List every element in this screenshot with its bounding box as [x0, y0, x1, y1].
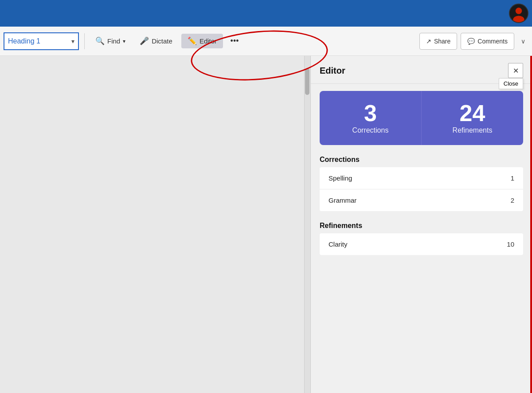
more-options-button[interactable]: ••• — [227, 33, 243, 49]
editor-sidebar-header: Editor ✕ Close — [311, 56, 532, 84]
corrections-count: 3 — [364, 102, 377, 125]
corrections-list: Spelling 1 Grammar 2 — [320, 167, 523, 211]
editor-pen-icon: ✏️ — [188, 36, 197, 46]
close-icon: ✕ — [513, 67, 519, 75]
share-button[interactable]: ↗ Share — [419, 33, 457, 50]
stats-row: 3 Corrections 24 Refinements — [320, 91, 523, 145]
user-avatar[interactable] — [509, 4, 528, 23]
refinements-count: 24 — [460, 102, 485, 125]
close-tooltip: Close — [499, 78, 523, 89]
refinements-card[interactable]: 24 Refinements — [422, 91, 523, 145]
search-icon: 🔍 — [95, 36, 105, 46]
grammar-item[interactable]: Grammar 2 — [320, 189, 523, 211]
scrollbar-thumb[interactable] — [305, 68, 309, 95]
dictate-button[interactable]: 🎤 Dictate — [134, 34, 178, 48]
share-icon: ↗ — [426, 38, 431, 45]
dictate-label: Dictate — [152, 37, 172, 45]
spelling-count: 1 — [511, 174, 514, 182]
grammar-label: Grammar — [329, 196, 356, 204]
close-button-container: ✕ Close — [508, 63, 523, 78]
share-label: Share — [434, 38, 450, 45]
red-accent-line — [530, 56, 532, 393]
editor-label: Editor — [200, 37, 217, 45]
refinements-section-title: Refinements — [311, 218, 532, 233]
comments-label: Comments — [477, 38, 508, 45]
main-area: ▲ Editor ✕ Close 3 Corrections 24 — [0, 56, 532, 393]
clarity-label: Clarity — [329, 240, 348, 248]
refinements-list: Clarity 10 — [320, 233, 523, 255]
clarity-count: 10 — [507, 240, 514, 248]
comments-button[interactable]: 💬 Comments — [461, 33, 514, 50]
spelling-item[interactable]: Spelling 1 — [320, 167, 523, 189]
close-button[interactable]: ✕ — [508, 63, 523, 78]
ribbon-divider — [84, 33, 85, 49]
grammar-count: 2 — [511, 196, 514, 204]
document-area: ▲ — [0, 56, 310, 393]
chevron-down-icon: ▾ — [71, 38, 74, 45]
corrections-section-title: Corrections — [311, 152, 532, 167]
refinements-section: Refinements Clarity 10 — [311, 218, 532, 255]
svg-point-1 — [516, 8, 522, 14]
style-dropdown-text: Heading 1 — [8, 37, 69, 45]
editor-sidebar: Editor ✕ Close 3 Corrections 24 Refineme… — [310, 56, 532, 393]
corrections-label: Corrections — [352, 126, 389, 134]
clarity-item[interactable]: Clarity 10 — [320, 233, 523, 255]
editor-button[interactable]: ✏️ Editor — [181, 34, 223, 48]
microphone-icon: 🎤 — [140, 36, 149, 46]
find-arrow-icon: ▾ — [123, 38, 125, 44]
ribbon-bar: Heading 1 ▾ 🔍 Find ▾ 🎤 Dictate ✏️ Editor… — [0, 27, 532, 56]
vertical-scrollbar[interactable] — [304, 56, 310, 393]
editor-sidebar-title: Editor — [320, 66, 345, 76]
corrections-card[interactable]: 3 Corrections — [320, 91, 422, 145]
find-label: Find — [107, 37, 120, 45]
spelling-label: Spelling — [329, 174, 352, 182]
find-button[interactable]: 🔍 Find ▾ — [90, 34, 131, 48]
more-icon: ••• — [231, 36, 239, 46]
comments-icon: 💬 — [467, 38, 475, 45]
ribbon-collapse-button[interactable]: ∨ — [518, 36, 528, 47]
chevron-down-icon: ∨ — [521, 38, 525, 45]
refinements-label: Refinements — [453, 126, 493, 134]
style-dropdown[interactable]: Heading 1 ▾ — [4, 32, 79, 50]
title-bar — [0, 0, 532, 27]
ribbon-right-actions: ↗ Share 💬 Comments ∨ — [419, 33, 528, 50]
